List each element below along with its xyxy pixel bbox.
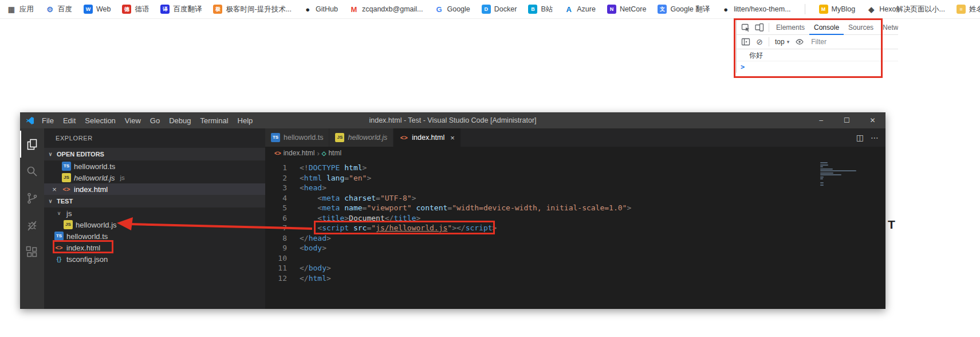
explorer-activity-icon[interactable] xyxy=(20,131,44,158)
menubar: FileEditSelectionViewGoDebugTerminalHelp xyxy=(37,116,257,125)
menu-terminal[interactable]: Terminal xyxy=(195,116,233,125)
code-editor[interactable]: 1<!DOCTYPE html>2<html lang="en">3<head>… xyxy=(265,159,885,309)
bookmark-label: zcqandxb@gmail... xyxy=(362,5,423,13)
bookmark-item[interactable]: DDocker xyxy=(482,5,517,14)
azure-favicon: A xyxy=(564,5,573,14)
bookmark-item[interactable]: ◆Hexo解决页面以小... xyxy=(867,5,945,14)
bookmark-item[interactable]: 极极客时间-提升技术... xyxy=(213,5,292,14)
bookmark-item[interactable]: WWeb xyxy=(84,5,111,14)
bookmark-label: GitHub xyxy=(316,5,338,13)
clear-console-icon[interactable]: ⊘ xyxy=(753,35,766,49)
bookmark-label: 极客时间-提升技术... xyxy=(226,5,292,14)
open-editor-item[interactable]: JShelloworld.jsjs xyxy=(44,172,265,183)
open-editor-item[interactable]: TShelloworld.ts xyxy=(44,160,265,172)
menu-debug[interactable]: Debug xyxy=(164,116,195,125)
bookmark-item[interactable]: 文Google 翻译 xyxy=(658,5,710,14)
tree-item-helloworld-js[interactable]: JShelloworld.js xyxy=(44,219,265,230)
editor-group: TShelloworld.tsJShelloworld.js<>index.ht… xyxy=(265,128,885,309)
code-line[interactable]: 5 <meta name="viewport" content="width=d… xyxy=(265,203,885,213)
console-prompt[interactable]: > xyxy=(737,61,898,73)
file-name: helloworld.ts xyxy=(74,162,115,171)
close-icon[interactable]: × xyxy=(450,134,455,142)
bookmark-item[interactable]: ●litten/hexo-them... xyxy=(721,5,790,14)
bookmark-item[interactable]: ⚙百度 xyxy=(45,5,72,14)
code-line[interactable]: 4 <meta charset="UTF-8"> xyxy=(265,193,885,203)
eye-icon[interactable] xyxy=(793,35,806,49)
bookmark-item[interactable]: MMyBlog xyxy=(819,5,856,14)
open-editors-header[interactable]: ∨ OPEN EDITORS xyxy=(44,148,265,160)
code-line[interactable]: 1<!DOCTYPE html> xyxy=(265,163,885,173)
breadcrumb-item[interactable]: <>index.html xyxy=(274,149,314,157)
html-file-icon: <> xyxy=(274,150,281,156)
menu-edit[interactable]: Edit xyxy=(58,116,80,125)
bookmark-item[interactable]: ●GitHub xyxy=(303,5,338,14)
bookmark-label: MyBlog xyxy=(832,5,856,13)
editor-tab-index-html[interactable]: <>index.html× xyxy=(393,128,461,147)
bookmark-item[interactable]: ≡姓名 xyxy=(957,5,980,14)
open-editor-item[interactable]: ×<>index.html xyxy=(44,183,265,195)
breadcrumb-item[interactable]: ◇html xyxy=(322,149,341,157)
bookmark-item[interactable]: BB站 xyxy=(528,5,553,14)
file-name: index.html xyxy=(74,185,108,194)
menu-selection[interactable]: Selection xyxy=(80,116,120,125)
editor-tab-helloworld-js[interactable]: JShelloworld.js xyxy=(329,128,393,147)
devtools-tab-netw[interactable]: Netw xyxy=(878,20,898,35)
menu-file[interactable]: File xyxy=(37,116,58,125)
menu-view[interactable]: View xyxy=(120,116,145,125)
bookmark-label: Google xyxy=(447,5,470,13)
tree-item-index-html[interactable]: <>index.html xyxy=(44,242,265,253)
bookmark-item[interactable]: 德德语 xyxy=(122,5,149,14)
devtools-tab-elements[interactable]: Elements xyxy=(772,20,809,35)
bookmark-item[interactable]: 译百度翻译 xyxy=(160,5,202,14)
menu-go[interactable]: Go xyxy=(145,116,164,125)
bookmark-item[interactable]: NNetCore xyxy=(607,5,647,14)
code-line[interactable]: 10 xyxy=(265,253,885,264)
line-number: 2 xyxy=(265,173,295,183)
device-toolbar-icon[interactable] xyxy=(753,21,766,34)
minimap[interactable] xyxy=(820,162,875,186)
code-line[interactable]: 3<head> xyxy=(265,183,885,193)
code-line[interactable]: 2<html lang="en"> xyxy=(265,173,885,183)
context-selector[interactable]: top ▾ xyxy=(772,38,793,46)
bookmark-label: Google 翻译 xyxy=(670,5,710,14)
breadcrumbs: <>index.html›◇html xyxy=(265,147,885,159)
code-line[interactable]: 11</body> xyxy=(265,263,885,273)
bookmark-item[interactable]: Mzcqandxb@gmail... xyxy=(349,5,423,14)
source-control-activity-icon[interactable] xyxy=(20,185,44,211)
split-editor-icon[interactable]: ◫ xyxy=(856,133,864,142)
code-line[interactable]: 12</html> xyxy=(265,273,885,284)
bookmark-item[interactable]: AAzure xyxy=(564,5,596,14)
close-button[interactable]: ✕ xyxy=(860,112,885,128)
line-number: 6 xyxy=(265,213,295,224)
menu-help[interactable]: Help xyxy=(233,116,258,125)
js-file-icon: JS xyxy=(64,220,73,229)
console-filter-input[interactable]: Filter xyxy=(811,38,826,46)
vscode-titlebar: FileEditSelectionViewGoDebugTerminalHelp… xyxy=(20,112,885,128)
extensions-activity-icon[interactable] xyxy=(20,238,44,265)
editor-tab-helloworld-ts[interactable]: TShelloworld.ts xyxy=(265,128,329,147)
folder-section-header[interactable]: ∨ TEST xyxy=(44,195,265,207)
tree-item-tsconfig-json[interactable]: {}tsconfig.json xyxy=(44,253,265,265)
code-line[interactable]: 9<body> xyxy=(265,243,885,253)
console-sidebar-icon[interactable] xyxy=(739,35,753,49)
debug-activity-icon[interactable] xyxy=(20,211,44,238)
devtools-tab-console[interactable]: Console xyxy=(809,20,844,35)
open-editors-list: TShelloworld.tsJShelloworld.jsjs×<>index… xyxy=(44,160,265,195)
file-name: tsconfig.json xyxy=(66,255,108,264)
bookmark-label: NetCore xyxy=(620,5,647,13)
code-line[interactable]: 8</head> xyxy=(265,233,885,244)
code-text: <meta name="viewport" content="width=dev… xyxy=(295,203,631,213)
inspect-icon[interactable] xyxy=(739,21,753,34)
tree-item-js[interactable]: ∨js xyxy=(44,207,265,219)
devtools-tab-sources[interactable]: Sources xyxy=(844,20,878,35)
maximize-button[interactable]: ☐ xyxy=(834,112,860,128)
code-line[interactable]: 7 <script src="js/helloworld.js"></scrip… xyxy=(265,223,885,233)
bookmark-item[interactable]: GGoogle xyxy=(434,5,470,14)
bookmark-item[interactable]: ▦应用 xyxy=(7,5,34,14)
code-line[interactable]: 6 <title>Document</title> xyxy=(265,213,885,224)
minimize-button[interactable]: – xyxy=(808,112,834,128)
search-activity-icon[interactable] xyxy=(20,158,44,185)
tree-item-helloworld-ts[interactable]: TShelloworld.ts xyxy=(44,230,265,242)
more-actions-icon[interactable]: ⋯ xyxy=(871,133,879,142)
close-icon[interactable]: × xyxy=(50,185,59,194)
